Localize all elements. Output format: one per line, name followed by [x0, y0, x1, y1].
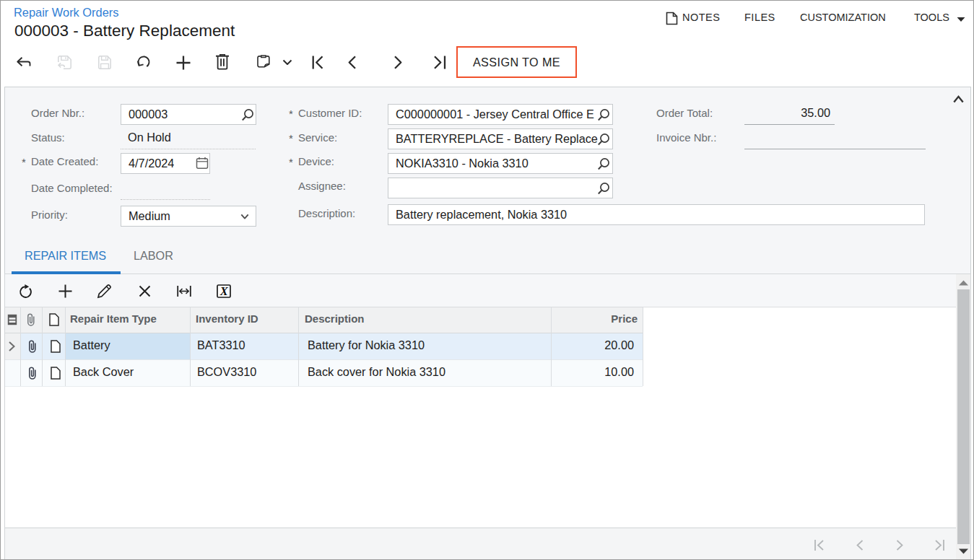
svg-text:X: X — [219, 284, 229, 298]
